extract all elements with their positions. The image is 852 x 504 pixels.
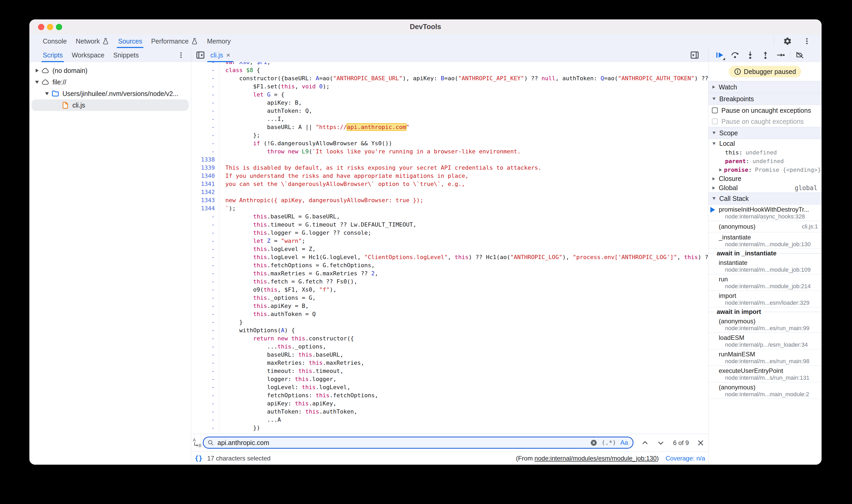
gutter-cell[interactable]: - (191, 131, 219, 139)
step-into-button[interactable] (744, 49, 756, 61)
call-stack-frame[interactable]: (anonymous)cli.js:1 (708, 221, 821, 232)
gutter-cell[interactable]: - (191, 107, 219, 115)
gutter-cell[interactable]: - (191, 147, 219, 156)
settings-gear-icon[interactable] (782, 35, 793, 47)
scope-variable-parent[interactable]: parent:undefined (708, 157, 821, 165)
scope-variable-this[interactable]: this:undefined (708, 148, 821, 157)
checkbox[interactable] (712, 108, 718, 113)
gutter-cell[interactable]: - (191, 334, 219, 342)
gutter-cell[interactable]: - (191, 383, 219, 391)
gutter-cell[interactable]: - (191, 359, 219, 367)
tree-item-users-jinhuilee-nvm-versions-node-v2-[interactable]: Users/jinhuilee/.nvm/versions/node/v2... (32, 88, 189, 100)
gutter-cell[interactable]: - (191, 318, 219, 326)
gutter-cell[interactable]: - (191, 212, 219, 220)
gutter-cell[interactable]: - (191, 98, 219, 107)
step-over-button[interactable] (729, 49, 741, 61)
gutter-cell[interactable]: - (191, 277, 219, 286)
step-out-button[interactable] (760, 49, 771, 61)
scope-variable-promise[interactable]: promise:Promise {<pending>} (708, 165, 821, 174)
gutter-cell[interactable]: - (191, 245, 219, 253)
clear-search-icon[interactable] (590, 439, 597, 446)
tab-network[interactable]: Network (71, 34, 114, 48)
chevron-right-icon[interactable] (34, 69, 40, 72)
call-stack-frame[interactable]: promiseInitHookWithDestroyTr...node:inte… (708, 204, 821, 221)
close-search-icon[interactable] (697, 434, 705, 452)
gutter-cell[interactable]: - (191, 269, 219, 277)
gutter-cell[interactable]: - (191, 237, 219, 245)
call-stack-frame[interactable]: runMainESMnode:internal/m...es/run_main:… (708, 349, 821, 366)
section-breakpoints[interactable]: Breakpoints (708, 93, 821, 105)
section-scope[interactable]: Scope (708, 127, 821, 139)
search-input[interactable] (217, 439, 590, 447)
gutter-cell[interactable]: - (191, 123, 219, 131)
search-field[interactable]: (.*) Aa (203, 437, 634, 449)
gutter-cell[interactable]: - (191, 424, 219, 432)
chevron-down-icon[interactable] (43, 92, 50, 95)
call-stack-frame[interactable]: executeUserEntryPointnode:internal/m...s… (708, 366, 821, 382)
gutter-cell[interactable]: - (191, 74, 219, 82)
close-tab-icon[interactable]: × (226, 51, 230, 59)
gutter-cell[interactable]: - (191, 286, 219, 294)
next-result-button[interactable] (657, 434, 665, 452)
gutter-cell[interactable]: - (191, 229, 219, 237)
call-stack-frame[interactable]: (anonymous)node:internal/m...es/run_main… (708, 316, 821, 333)
scope-section-global[interactable]: Globalglobal (708, 183, 821, 193)
call-stack-frame[interactable]: (anonymous)node:internal/m...main_module… (708, 382, 821, 399)
gutter-cell[interactable]: - (191, 253, 219, 261)
gutter-cell[interactable]: - (191, 261, 219, 269)
call-stack-frame[interactable]: loadESMnode:internal/p.../esm_loader:34 (708, 333, 821, 349)
resume-script-button[interactable] (714, 49, 726, 61)
navigator-tab-workspace[interactable]: Workspace (67, 48, 109, 62)
gutter-cell[interactable]: - (191, 310, 219, 318)
pretty-print-icon[interactable]: {} (195, 452, 202, 465)
previous-result-button[interactable] (641, 434, 649, 452)
coverage-link[interactable]: Coverage: n/a (665, 455, 705, 462)
gutter-cell[interactable]: - (191, 90, 219, 98)
gutter-cell[interactable]: - (191, 326, 219, 334)
replace-toggle-icon[interactable]: AB (192, 437, 203, 449)
gutter-cell[interactable]: - (191, 367, 219, 375)
divider[interactable] (191, 48, 191, 465)
gutter-cell[interactable]: - (191, 115, 219, 123)
step-button[interactable] (775, 49, 786, 61)
section-call-stack[interactable]: Call Stack (708, 193, 821, 204)
gutter-cell[interactable]: - (191, 391, 219, 399)
tab-performance[interactable]: Performance (147, 34, 202, 48)
tree-item--no-domain-[interactable]: (no domain) (32, 65, 189, 76)
call-stack-frame[interactable]: instantiatenode:internal/m...module_job:… (708, 258, 821, 274)
navigator-tab-snippets[interactable]: Snippets (109, 48, 143, 62)
chevron-down-icon[interactable] (34, 81, 40, 84)
scope-section-local[interactable]: Local (708, 139, 821, 148)
tab-sources[interactable]: Sources (113, 34, 147, 48)
gutter-cell[interactable]: 1341 (191, 180, 219, 188)
gutter-cell[interactable]: - (191, 294, 219, 302)
tree-item-cli-js[interactable]: cli.js (32, 100, 189, 111)
toggle-debugger-sidebar-icon[interactable] (689, 49, 700, 61)
call-stack-frame[interactable]: _instantiatenode:internal/m...module_job… (708, 232, 821, 249)
navigator-tab-scripts[interactable]: Scripts (38, 48, 67, 62)
gutter-cell[interactable]: 1342 (191, 188, 219, 196)
tab-console[interactable]: Console (38, 34, 71, 48)
gutter-cell[interactable]: - (191, 350, 219, 359)
gutter-cell[interactable]: - (191, 375, 219, 383)
gutter-cell[interactable]: - (191, 416, 219, 424)
source-map-link[interactable]: node:internal/modules/esm/module_job:130 (535, 455, 657, 462)
call-stack-frame[interactable]: runnode:internal/m...module_job:214 (708, 274, 821, 291)
navigator-more-options-icon[interactable] (175, 49, 187, 61)
gutter-cell[interactable]: 1340 (191, 172, 219, 180)
gutter-cell[interactable]: - (191, 66, 219, 74)
more-options-icon[interactable] (801, 35, 813, 47)
gutter-cell[interactable]: - (191, 399, 219, 408)
gutter-cell[interactable]: - (191, 82, 219, 90)
gutter-cell[interactable]: - (191, 62, 219, 66)
gutter-cell[interactable]: 1338 (191, 156, 219, 164)
gutter-cell[interactable]: - (191, 342, 219, 350)
gutter-cell[interactable]: - (191, 139, 219, 147)
call-stack-frame[interactable]: importnode:internal/m...esm/loader:329 (708, 291, 821, 307)
match-case-toggle[interactable]: Aa (620, 439, 628, 446)
gutter-cell[interactable]: 1339 (191, 164, 219, 172)
editor-tab-clijs[interactable]: cli.js × (206, 48, 235, 62)
gutter-cell[interactable]: 1344 (191, 204, 219, 212)
tab-memory[interactable]: Memory (202, 34, 235, 48)
section-watch[interactable]: Watch (708, 81, 821, 93)
